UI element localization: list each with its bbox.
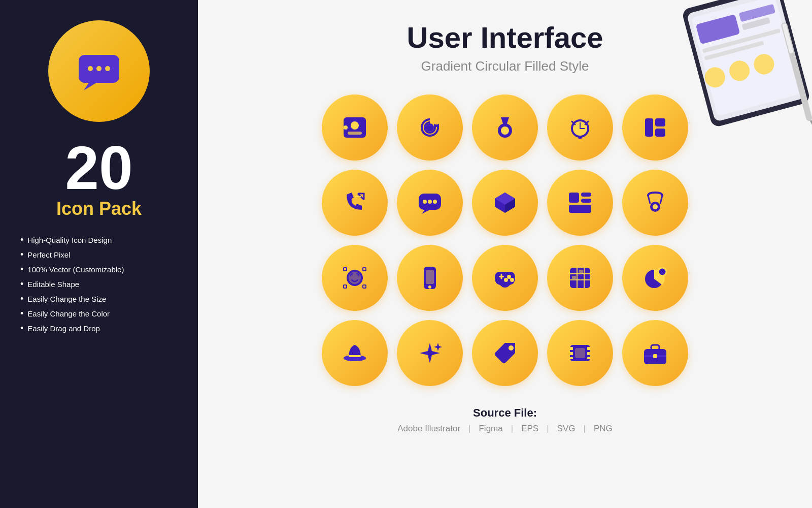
feature-item: High-Quality Icon Design xyxy=(20,235,183,245)
svg-rect-31 xyxy=(580,122,581,129)
tablet-decoration xyxy=(665,0,812,132)
svg-rect-88 xyxy=(570,357,573,359)
briefcase-icon xyxy=(622,320,688,386)
feature-item: Editable Shape xyxy=(20,279,183,290)
sparkle-icon xyxy=(397,320,463,386)
svg-point-66 xyxy=(507,275,511,279)
necklace-icon xyxy=(622,170,688,236)
separator: | xyxy=(583,424,585,434)
svg-rect-51 xyxy=(581,199,591,203)
svg-rect-86 xyxy=(570,347,573,350)
format-eps: EPS xyxy=(521,424,538,434)
svg-rect-59 xyxy=(344,268,347,271)
feature-item: Easily Change the Color xyxy=(20,308,183,319)
svg-rect-89 xyxy=(587,347,590,350)
svg-point-20 xyxy=(351,121,359,130)
svg-point-68 xyxy=(504,278,508,282)
svg-rect-32 xyxy=(580,128,585,129)
chat-bubble-hero-icon xyxy=(76,52,122,90)
svg-point-65 xyxy=(428,285,431,289)
svg-marker-4 xyxy=(84,83,96,90)
svg-rect-62 xyxy=(363,285,366,288)
svg-line-55 xyxy=(660,196,662,204)
source-file-formats: Adobe Illustrator | Figma | EPS | SVG | … xyxy=(397,424,613,434)
svg-point-3 xyxy=(105,66,110,71)
svg-rect-36 xyxy=(645,118,653,137)
svg-rect-91 xyxy=(587,357,590,359)
svg-point-43 xyxy=(428,200,432,204)
svg-point-67 xyxy=(510,278,514,282)
hat-icon xyxy=(322,320,388,386)
svg-point-22 xyxy=(344,125,348,130)
svg-rect-76 xyxy=(572,276,576,279)
chat-dots-icon xyxy=(397,170,463,236)
svg-marker-45 xyxy=(422,210,430,214)
svg-rect-64 xyxy=(426,270,434,284)
icon-count: 20 xyxy=(65,137,132,198)
svg-rect-52 xyxy=(569,205,591,213)
cube-icon xyxy=(472,170,538,236)
svg-rect-37 xyxy=(655,118,665,126)
separator: | xyxy=(547,424,549,434)
icons-grid xyxy=(322,94,688,386)
svg-rect-94 xyxy=(651,345,659,350)
svg-rect-38 xyxy=(655,129,665,137)
svg-rect-50 xyxy=(581,193,591,197)
format-svg: SVG xyxy=(557,424,576,434)
film-strip-icon xyxy=(547,320,613,386)
face-scan-icon xyxy=(322,245,388,311)
main-subtitle: Gradient Circular Filled Style xyxy=(421,58,589,74)
svg-rect-92 xyxy=(575,348,585,358)
tag-icon xyxy=(472,320,538,386)
svg-rect-70 xyxy=(501,274,502,279)
main-content: User Interface Gradient Circular Filled … xyxy=(198,0,812,508)
svg-rect-96 xyxy=(653,354,657,358)
source-file-section: Source File: Adobe Illustrator | Figma |… xyxy=(397,406,613,434)
svg-rect-90 xyxy=(587,352,590,355)
svg-rect-35 xyxy=(578,137,582,139)
svg-point-56 xyxy=(653,204,658,209)
svg-line-54 xyxy=(648,196,650,204)
svg-rect-61 xyxy=(344,285,347,288)
user-id-icon xyxy=(322,94,388,161)
svg-point-58 xyxy=(349,272,361,284)
svg-point-44 xyxy=(433,200,437,204)
source-file-title: Source File: xyxy=(397,406,613,420)
feature-item: Easily Drag and Drop xyxy=(20,323,183,334)
spreadsheet-icon xyxy=(547,245,613,311)
mobile-icon xyxy=(397,245,463,311)
feature-item: 100% Vector (Customizable) xyxy=(20,264,183,275)
svg-point-2 xyxy=(96,66,101,71)
gamepad-icon xyxy=(472,245,538,311)
svg-point-23 xyxy=(426,123,434,132)
alarm-icon xyxy=(547,94,613,161)
main-title: User Interface xyxy=(407,20,603,54)
svg-rect-60 xyxy=(363,268,366,271)
format-figma: Figma xyxy=(479,424,502,434)
sidebar: 20 Icon Pack High-Quality Icon Design Pe… xyxy=(0,0,198,508)
svg-rect-49 xyxy=(569,193,579,203)
feature-item: Easily Change the Size xyxy=(20,294,183,304)
feature-item: Perfect Pixel xyxy=(20,249,183,260)
svg-point-84 xyxy=(509,345,514,351)
svg-point-80 xyxy=(658,268,666,276)
svg-point-1 xyxy=(88,66,93,71)
svg-marker-18 xyxy=(810,120,812,126)
separator: | xyxy=(511,424,513,434)
svg-point-26 xyxy=(501,126,509,135)
svg-rect-83 xyxy=(349,355,361,357)
svg-point-42 xyxy=(423,200,427,204)
svg-rect-21 xyxy=(348,132,362,135)
pack-label: Icon Pack xyxy=(56,198,142,219)
svg-rect-77 xyxy=(579,270,583,273)
separator: | xyxy=(468,424,470,434)
hero-icon-circle xyxy=(48,20,150,122)
features-list: High-Quality Icon Design Perfect Pixel 1… xyxy=(15,235,183,338)
pie-chart-icon xyxy=(622,245,688,311)
format-illustrator: Adobe Illustrator xyxy=(397,424,460,434)
svg-rect-87 xyxy=(570,352,573,355)
incoming-call-icon xyxy=(322,170,388,236)
medal-icon xyxy=(472,94,538,161)
at-symbol-icon xyxy=(397,94,463,161)
format-png: PNG xyxy=(594,424,613,434)
